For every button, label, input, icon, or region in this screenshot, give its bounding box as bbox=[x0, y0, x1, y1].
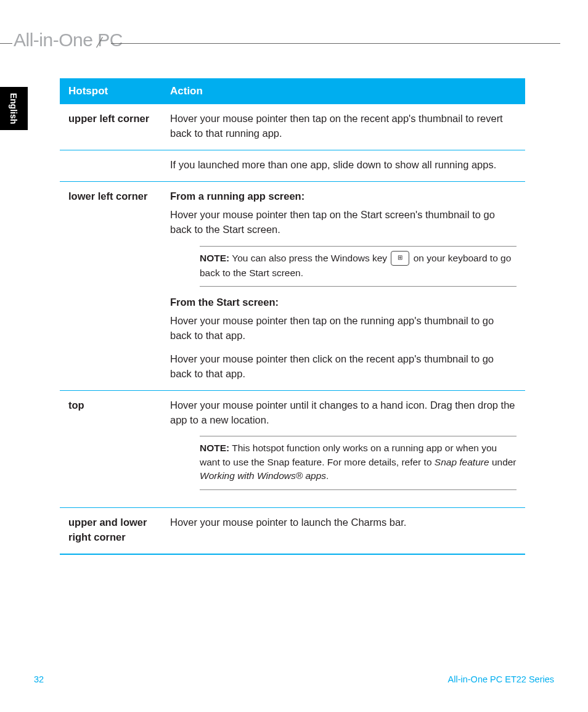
note-text: . bbox=[326, 470, 329, 481]
cell-hotspot: top bbox=[68, 398, 170, 413]
table-row: If you launched more than one app, slide… bbox=[60, 150, 525, 182]
note-text: You can also press the Windows key bbox=[232, 253, 387, 263]
cell-hotspot: upper and lower right corner bbox=[68, 515, 170, 545]
page-header: All-in-One PC bbox=[0, 35, 588, 53]
windows-key-icon: ⊞ bbox=[391, 251, 409, 266]
hotspot-table: Hotspot Action upper left corner Hover y… bbox=[60, 78, 525, 555]
series-label: All-in-One PC ET22 Series bbox=[448, 674, 554, 684]
table-row: upper left corner Hover your mouse point… bbox=[60, 104, 525, 150]
cell-action: Hover your mouse pointer to launch the C… bbox=[170, 515, 517, 530]
cell-action: From a running app screen: Hover your mo… bbox=[170, 189, 517, 382]
reference-italic: Working with Windows® apps bbox=[200, 470, 326, 481]
note-label: NOTE: bbox=[200, 443, 229, 453]
cell-hotspot: lower left corner bbox=[68, 189, 170, 204]
note-block: NOTE: This hotspot function only works o… bbox=[200, 436, 517, 489]
sub-heading: From the Start screen: bbox=[170, 295, 517, 310]
page-number: 32 bbox=[34, 674, 44, 684]
header-rule-left bbox=[0, 43, 12, 44]
table-header-row: Hotspot Action bbox=[60, 78, 525, 104]
cell-action: If you launched more than one app, slide… bbox=[170, 158, 517, 173]
reference-italic: Snap feature bbox=[435, 457, 489, 467]
language-tab: English bbox=[0, 87, 28, 130]
cell-action: Hover your mouse pointer until it change… bbox=[170, 398, 517, 499]
paragraph: Hover your mouse pointer then tap on the… bbox=[170, 314, 517, 343]
paragraph: Hover your mouse pointer until it change… bbox=[170, 398, 517, 428]
note-text: under bbox=[489, 457, 517, 467]
note-block: NOTE: You can also press the Windows key… bbox=[200, 246, 517, 287]
th-hotspot: Hotspot bbox=[68, 85, 170, 97]
paragraph: Hover your mouse pointer then click on t… bbox=[170, 352, 517, 382]
page-title: All-in-One PC bbox=[14, 30, 123, 51]
table-row: upper and lower right corner Hover your … bbox=[60, 508, 525, 555]
note-label: NOTE: bbox=[200, 253, 229, 263]
table-row: lower left corner From a running app scr… bbox=[60, 182, 525, 391]
th-action: Action bbox=[170, 85, 517, 97]
paragraph: Hover your mouse pointer then tap on the… bbox=[170, 208, 517, 237]
cell-hotspot: upper left corner bbox=[68, 112, 170, 126]
language-label: English bbox=[9, 93, 19, 125]
page-footer: 32 All-in-One PC ET22 Series bbox=[34, 674, 554, 684]
cell-action: Hover your mouse pointer then tap on the… bbox=[170, 112, 517, 141]
table-row: top Hover your mouse pointer until it ch… bbox=[60, 391, 525, 508]
sub-heading: From a running app screen: bbox=[170, 189, 517, 204]
header-rule-right bbox=[111, 43, 560, 44]
